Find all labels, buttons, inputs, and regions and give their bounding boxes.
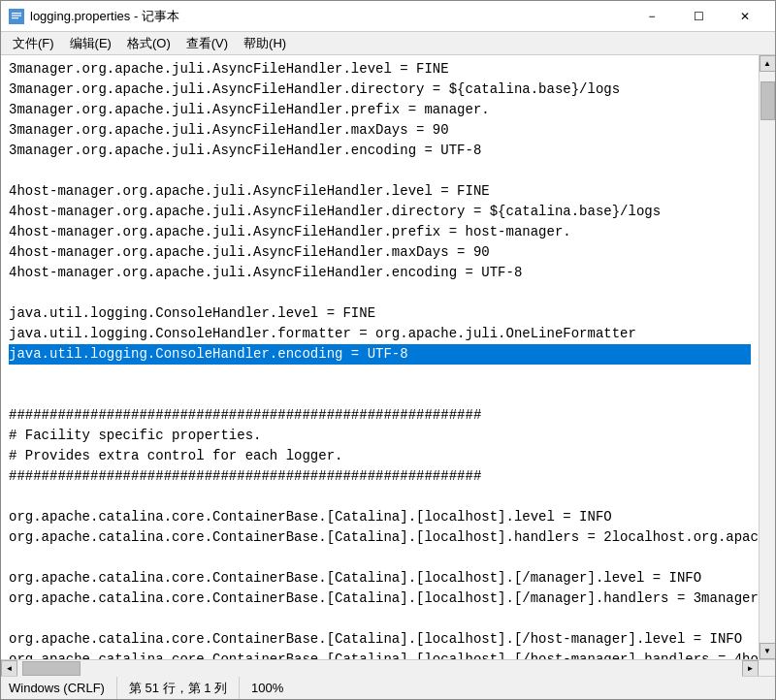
menu-bar: 文件(F) 编辑(E) 格式(O) 查看(V) 帮助(H)	[1, 32, 775, 55]
window-controls: − ☐ ✕	[630, 1, 767, 32]
content-area: 3manager.org.apache.juli.AsyncFileHandle…	[1, 55, 775, 659]
text-line-9: 4host-manager.org.apache.juli.AsyncFileH…	[9, 242, 751, 263]
status-zoom: 100%	[240, 677, 295, 699]
text-line-18: # Facility specific properties.	[9, 426, 751, 446]
maximize-button[interactable]: ☐	[676, 1, 721, 32]
text-line-23: org.apache.catalina.core.ContainerBase.[…	[9, 527, 751, 548]
app-icon	[9, 9, 24, 24]
horizontal-scrollbar[interactable]: ◄ ►	[1, 659, 775, 676]
text-editor[interactable]: 3manager.org.apache.juli.AsyncFileHandle…	[1, 55, 759, 659]
minimize-button[interactable]: −	[630, 1, 674, 32]
text-line-15	[9, 365, 751, 385]
scroll-down-button[interactable]: ▼	[760, 643, 776, 659]
text-line-29: org.apache.catalina.core.ContainerBase.[…	[9, 650, 751, 659]
text-line-24	[9, 548, 751, 568]
vertical-scrollbar[interactable]: ▲ ▼	[759, 55, 775, 659]
menu-file[interactable]: 文件(F)	[5, 33, 62, 54]
text-line-17: ########################################…	[9, 405, 751, 426]
scroll-thumb-v[interactable]	[760, 81, 775, 120]
text-line-10: 4host-manager.org.apache.juli.AsyncFileH…	[9, 263, 751, 283]
scroll-left-button[interactable]: ◄	[1, 660, 17, 677]
text-line-11	[9, 283, 751, 303]
text-line-13: java.util.logging.ConsoleHandler.formatt…	[9, 324, 751, 344]
text-line-0: 3manager.org.apache.juli.AsyncFileHandle…	[9, 59, 751, 80]
status-bar: Windows (CRLF) 第 51 行，第 1 列 100%	[1, 676, 775, 699]
main-window: logging.properties - 记事本 − ☐ ✕ 文件(F) 编辑(…	[0, 0, 776, 700]
scroll-track-v[interactable]	[760, 72, 776, 643]
menu-format[interactable]: 格式(O)	[119, 33, 178, 54]
text-line-8: 4host-manager.org.apache.juli.AsyncFileH…	[9, 222, 751, 242]
text-line-27	[9, 609, 751, 629]
text-line-21	[9, 487, 751, 507]
text-line-25: org.apache.catalina.core.ContainerBase.[…	[9, 568, 751, 589]
status-encoding: Windows (CRLF)	[9, 677, 117, 699]
svg-rect-3	[12, 17, 18, 18]
menu-help[interactable]: 帮助(H)	[236, 33, 294, 54]
text-line-6: 4host-manager.org.apache.juli.AsyncFileH…	[9, 181, 751, 202]
text-line-12: java.util.logging.ConsoleHandler.level =…	[9, 303, 751, 324]
text-line-14: java.util.logging.ConsoleHandler.encodin…	[9, 344, 751, 365]
svg-rect-0	[10, 10, 23, 23]
text-line-20: ########################################…	[9, 466, 751, 487]
scroll-right-button[interactable]: ►	[742, 660, 759, 677]
text-line-26: org.apache.catalina.core.ContainerBase.[…	[9, 589, 751, 609]
text-line-19: # Provides extra control for each logger…	[9, 446, 751, 466]
text-line-4: 3manager.org.apache.juli.AsyncFileHandle…	[9, 141, 751, 161]
svg-rect-2	[12, 15, 21, 16]
scroll-thumb-h[interactable]	[22, 661, 81, 676]
text-line-28: org.apache.catalina.core.ContainerBase.[…	[9, 629, 751, 650]
text-line-2: 3manager.org.apache.juli.AsyncFileHandle…	[9, 100, 751, 120]
window-title: logging.properties - 记事本	[30, 8, 630, 25]
title-bar: logging.properties - 记事本 − ☐ ✕	[1, 1, 775, 32]
menu-edit[interactable]: 编辑(E)	[62, 33, 119, 54]
text-line-16	[9, 385, 751, 405]
text-line-22: org.apache.catalina.core.ContainerBase.[…	[9, 507, 751, 527]
status-position: 第 51 行，第 1 列	[117, 677, 240, 699]
text-line-5	[9, 161, 751, 181]
text-line-3: 3manager.org.apache.juli.AsyncFileHandle…	[9, 120, 751, 141]
scroll-up-button[interactable]: ▲	[760, 55, 776, 72]
text-line-7: 4host-manager.org.apache.juli.AsyncFileH…	[9, 202, 751, 222]
scrollbar-corner	[759, 660, 775, 677]
svg-rect-1	[12, 13, 21, 14]
text-line-1: 3manager.org.apache.juli.AsyncFileHandle…	[9, 80, 751, 100]
scroll-track-h[interactable]	[17, 660, 742, 677]
bottom-area: ◄ ► Windows (CRLF) 第 51 行，第 1 列 100%	[1, 659, 775, 699]
menu-view[interactable]: 查看(V)	[178, 33, 236, 54]
close-button[interactable]: ✕	[723, 1, 767, 32]
